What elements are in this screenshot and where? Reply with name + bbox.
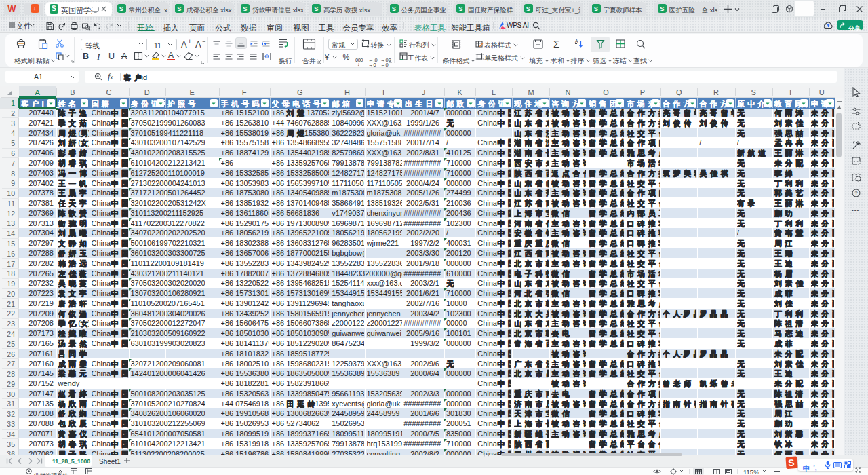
svg-text:?: ? [854, 190, 858, 196]
svg-text:A: A [575, 39, 578, 43]
svg-text:S: S [787, 457, 794, 469]
